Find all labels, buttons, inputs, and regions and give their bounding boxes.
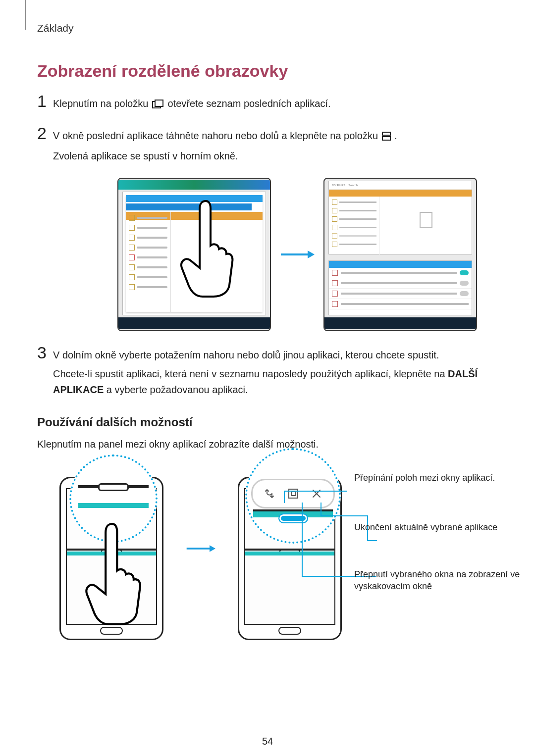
callout-popup-window: Přepnutí vybraného okna na zobrazení ve …: [354, 568, 535, 593]
svg-marker-5: [308, 251, 315, 258]
step-1: 1 Klepnutím na položku otevřete seznam p…: [37, 95, 498, 116]
section-header: Základy: [37, 22, 498, 34]
svg-rect-2: [382, 132, 390, 135]
step-1-text-post: otevřete seznam posledních aplikací.: [167, 98, 330, 109]
figure-options: Přepínání poloh mezi okny aplikací. Ukon…: [47, 462, 498, 635]
step-3-line2: Chcete-li spustit aplikaci, která není v…: [53, 366, 498, 398]
popup-icon: [287, 487, 300, 500]
figure-split-view: MY FILESSearch: [97, 178, 498, 331]
step-3-number: 3: [37, 344, 53, 361]
close-icon: [310, 487, 323, 500]
step-2-text-post: .: [394, 130, 397, 141]
split-icon: [382, 129, 391, 145]
figure-tablet-left: [117, 178, 271, 331]
arrow-right-icon: [186, 544, 215, 554]
step-3-line1: V dolním okně vyberte potažením nahoru n…: [53, 347, 498, 363]
page-number: 54: [0, 736, 535, 747]
swap-icon: [263, 487, 276, 500]
subheading-paragraph: Klepnutím na panel mezi okny aplikací zo…: [37, 436, 498, 452]
hand-tap-icon: [77, 521, 151, 625]
svg-rect-3: [382, 137, 390, 140]
step-2-line2: Zvolená aplikace se spustí v horním okně…: [53, 148, 498, 164]
arrow-right-icon: [280, 250, 315, 259]
page-title: Zobrazení rozdělené obrazovky: [37, 61, 498, 81]
step-2-text-pre: V okně poslední aplikace táhněte nahoru …: [53, 130, 381, 141]
step-1-number: 1: [37, 93, 53, 109]
figure-tablet-right: MY FILESSearch: [323, 178, 477, 331]
callout-close-app: Ukončení aktuálně vybrané aplikace: [354, 521, 497, 533]
subheading: Používání dalších možností: [37, 415, 498, 429]
page-top-rule: [25, 0, 26, 30]
svg-marker-7: [210, 545, 215, 552]
svg-rect-1: [155, 100, 163, 106]
step-3: 3 V dolním okně vyberte potažením nahoru…: [37, 346, 498, 401]
magnifier-options: [245, 448, 341, 544]
recents-icon: [152, 97, 164, 113]
step-1-text-pre: Klepnutím na položku: [53, 98, 151, 109]
step-2: 2 V okně poslední aplikace táhněte nahor…: [37, 127, 498, 167]
callout-swap-windows: Přepínání poloh mezi okny aplikací.: [354, 472, 495, 484]
step-2-number: 2: [37, 125, 53, 142]
svg-rect-9: [291, 492, 295, 496]
